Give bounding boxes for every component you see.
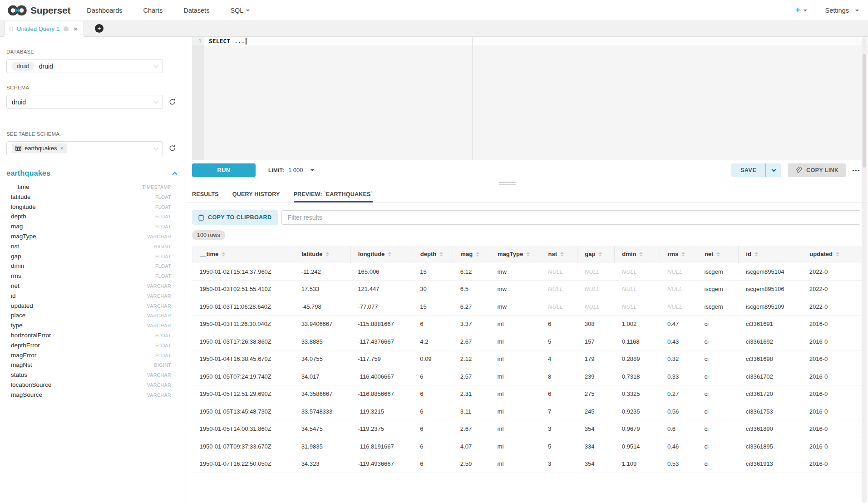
settings-menu[interactable]: Settings bbox=[825, 7, 859, 14]
table-cell: 2016-0 bbox=[802, 385, 863, 403]
nav-charts[interactable]: Charts bbox=[143, 7, 163, 14]
close-tab-icon[interactable]: × bbox=[74, 25, 78, 32]
sort-icon[interactable] bbox=[388, 252, 391, 256]
column-name: magType bbox=[11, 233, 36, 240]
column-header-nst[interactable]: nst bbox=[541, 246, 577, 263]
sort-icon[interactable] bbox=[716, 252, 720, 256]
copy-link-button[interactable]: COPY LINK bbox=[788, 163, 846, 177]
database-badge: druid bbox=[12, 62, 34, 71]
nav-dashboards[interactable]: Dashboards bbox=[87, 7, 122, 14]
column-header-gap[interactable]: gap bbox=[577, 246, 615, 263]
table-cell: 245 bbox=[577, 403, 615, 420]
sort-icon[interactable] bbox=[598, 252, 602, 256]
sort-icon[interactable] bbox=[439, 252, 443, 256]
limit-dropdown[interactable]: LIMIT: 1 000 bbox=[268, 167, 314, 173]
table-cell: 6.12 bbox=[453, 263, 490, 281]
sort-icon[interactable] bbox=[560, 252, 564, 256]
remove-table-icon[interactable]: × bbox=[60, 145, 64, 151]
sort-icon[interactable] bbox=[526, 252, 530, 256]
column-header-label: depth bbox=[420, 251, 436, 257]
query-tab-active[interactable]: Untitled Query 1 × bbox=[4, 21, 84, 37]
settings-label: Settings bbox=[825, 7, 849, 14]
run-query-button[interactable]: RUN bbox=[192, 163, 256, 177]
column-name: mag bbox=[11, 223, 23, 230]
caret-down-icon[interactable] bbox=[804, 10, 807, 11]
sql-editor[interactable]: 1 SELECT ... bbox=[192, 37, 868, 160]
column-header-dmin[interactable]: dmin bbox=[615, 246, 660, 263]
drag-dots-icon bbox=[10, 27, 13, 31]
column-header-longitude[interactable]: longitude bbox=[350, 246, 413, 263]
column-header-mag[interactable]: mag bbox=[453, 246, 490, 263]
sort-icon[interactable] bbox=[326, 252, 329, 256]
table-cell: ci3361895 bbox=[739, 438, 802, 455]
column-header-__time[interactable]: __time bbox=[192, 246, 294, 263]
table-cell: 0.53 bbox=[660, 455, 697, 473]
tab-results[interactable]: RESULTS bbox=[192, 186, 219, 202]
table-panel-header: earthquakes bbox=[6, 169, 179, 178]
table-schema-select[interactable]: earthquakes × bbox=[6, 141, 163, 155]
table-cell: 17.533 bbox=[294, 281, 351, 298]
table-cell: 334 bbox=[577, 438, 615, 455]
table-cell: 0.09 bbox=[413, 350, 453, 368]
sort-icon[interactable] bbox=[222, 252, 225, 256]
filter-results-input[interactable] bbox=[281, 210, 860, 225]
refresh-tables-button[interactable] bbox=[167, 143, 177, 153]
more-options-button[interactable]: ••• bbox=[852, 168, 860, 173]
column-name: place bbox=[11, 312, 25, 319]
table-cell: NULL bbox=[660, 298, 697, 316]
table-cell: 0.43 bbox=[660, 333, 697, 350]
sort-icon[interactable] bbox=[681, 252, 685, 256]
collapse-chevron-icon[interactable] bbox=[172, 172, 177, 177]
column-name: nst bbox=[11, 243, 19, 250]
new-query-tab-button[interactable]: + bbox=[95, 24, 104, 33]
table-cell: 1.109 bbox=[615, 455, 660, 473]
resize-handle-icon[interactable] bbox=[499, 182, 516, 187]
table-cell: 2022-0 bbox=[802, 298, 863, 316]
column-header-latitude[interactable]: latitude bbox=[294, 246, 351, 263]
database-select[interactable]: druid druid bbox=[6, 59, 163, 73]
sort-icon[interactable] bbox=[755, 252, 758, 256]
table-cell: 6.5 bbox=[453, 281, 490, 298]
table-cell: -77.077 bbox=[350, 298, 413, 316]
nav-datasets[interactable]: Datasets bbox=[183, 7, 209, 14]
table-cell: mw bbox=[490, 281, 541, 298]
refresh-schema-button[interactable] bbox=[167, 97, 177, 107]
schema-column-row: locationSource VARCHAR bbox=[6, 381, 179, 391]
editor-code-area[interactable]: SELECT ... bbox=[204, 37, 868, 160]
column-header-net[interactable]: net bbox=[697, 246, 738, 263]
results-table-wrap: __timelatitudelongitudedepthmagmagTypens… bbox=[192, 246, 863, 473]
table-cell: ci bbox=[697, 403, 738, 420]
table-cell: 34.3586667 bbox=[294, 385, 351, 403]
tab-preview-earthquakes[interactable]: PREVIEW: `EARTHQUAKES` bbox=[294, 186, 373, 202]
copy-link-label: COPY LINK bbox=[806, 167, 838, 173]
sort-icon[interactable] bbox=[476, 252, 479, 256]
column-header-id[interactable]: id bbox=[739, 246, 802, 263]
table-cell: 275 bbox=[577, 385, 615, 403]
copy-to-clipboard-button[interactable]: COPY TO CLIPBOARD bbox=[192, 210, 278, 225]
column-header-updated[interactable]: updated bbox=[802, 246, 863, 263]
schema-select[interactable]: druid bbox=[6, 95, 163, 109]
row-count-badge: 100 rows bbox=[192, 230, 225, 240]
nav-sql[interactable]: SQL bbox=[230, 7, 250, 14]
table-cell: iscgem895104 bbox=[739, 263, 802, 281]
clipboard-icon bbox=[198, 214, 204, 221]
new-item-button[interactable]: + bbox=[795, 5, 800, 15]
sort-icon[interactable] bbox=[836, 252, 839, 256]
vertical-scrollbar[interactable] bbox=[862, 37, 867, 503]
scrollbar-thumb[interactable] bbox=[863, 54, 866, 168]
save-button[interactable]: SAVE bbox=[731, 163, 765, 177]
schema-select-row: druid bbox=[6, 95, 179, 109]
column-name: latitude bbox=[11, 193, 31, 200]
save-options-button[interactable] bbox=[766, 163, 781, 177]
sort-icon[interactable] bbox=[639, 252, 643, 256]
column-header-rms[interactable]: rms bbox=[660, 246, 697, 263]
superset-brand[interactable]: Superset bbox=[7, 5, 70, 16]
column-name: magNst bbox=[11, 361, 32, 368]
schema-column-row: latitude FLOAT bbox=[6, 193, 179, 203]
table-cell: iscgem bbox=[697, 281, 738, 298]
column-header-magType[interactable]: magType bbox=[490, 246, 541, 263]
table-cell: 6 bbox=[413, 368, 453, 385]
table-cell: 0.1168 bbox=[615, 333, 660, 350]
column-header-depth[interactable]: depth bbox=[413, 246, 453, 263]
tab-query-history[interactable]: QUERY HISTORY bbox=[232, 186, 280, 202]
